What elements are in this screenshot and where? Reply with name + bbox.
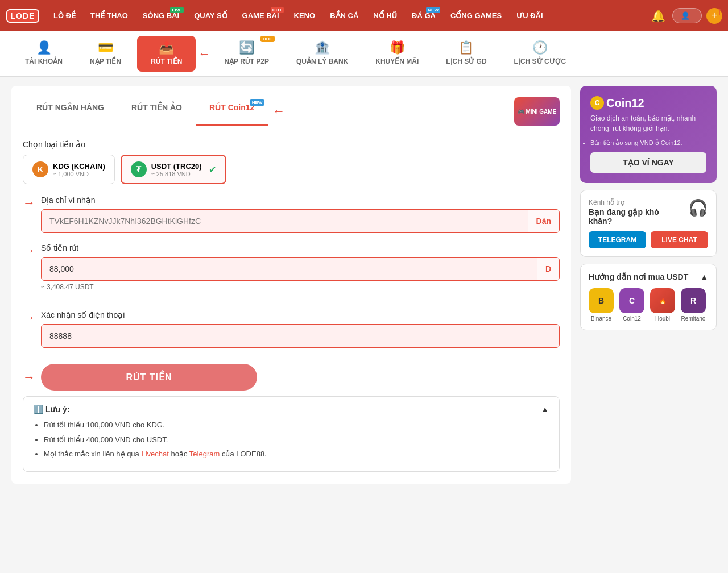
support-emoji: 🎧	[688, 198, 708, 217]
nav-uu-dai[interactable]: ƯU ĐÃI	[511, 8, 548, 23]
sidebar: C Coin12 Giao dịch an toàn, bảo mật, nha…	[580, 86, 717, 484]
user-profile-button[interactable]: 👤	[672, 8, 702, 23]
nav-song-bai[interactable]: SÒNG BÀI LIVE	[137, 8, 185, 23]
crypto-select-group: Chọn loại tiền ảo K KDG (KCHAIN) ≈ 1,000…	[23, 140, 560, 184]
nav-da-ga[interactable]: ĐÁ GÀ NEW	[406, 8, 441, 23]
nav-keno[interactable]: KENO	[288, 8, 321, 23]
coin12-logo-circle: C	[590, 96, 604, 110]
history-icon: 📋	[458, 40, 474, 55]
submit-withdraw-button[interactable]: RÚT TIỀN	[41, 364, 257, 391]
phone-input[interactable]	[42, 325, 559, 347]
subnav-lich-su-cuoc[interactable]: 🕐 LỊCH SỬ CƯỢC	[500, 31, 580, 76]
crypto-option-usdt[interactable]: ₮ USDT (TRC20) ≈ 25,818 VND ✔	[121, 155, 226, 184]
user-icon: 👤	[681, 11, 690, 20]
note-item-1: Rút tối thiểu 100,000 VND cho KDG.	[44, 420, 549, 431]
houbi-logo: 🔥	[650, 288, 675, 313]
withdraw-icon: 📤	[159, 40, 174, 55]
remitano-logo: R	[681, 288, 706, 313]
mini-game-banner[interactable]: 🎮 MINI GAME	[514, 97, 560, 126]
coin12-banner-title: C Coin12	[590, 96, 706, 110]
coin12-exchange-logo: C	[619, 288, 644, 313]
notes-list: Rút tối thiểu 100,000 VND cho KDG. Rút t…	[34, 420, 549, 460]
content-panel: RÚT NGÂN HÀNG RÚT TIỀN ẢO NEW RÚT Coin12…	[11, 86, 571, 484]
address-form-group: Địa chỉ ví nhận Dán	[41, 196, 560, 233]
nav-lo-de[interactable]: LÔ ĐỀ	[48, 8, 81, 23]
paste-button[interactable]: Dán	[528, 210, 559, 232]
amount-label: Số tiền rút	[41, 243, 560, 252]
tab-arrow: ←	[272, 104, 285, 119]
sub-navigation: 👤 TÀI KHOẢN 💳 NẠP TIỀN 📤 RÚT TIỀN ← HOT …	[0, 31, 728, 77]
tab-rut-coin12[interactable]: NEW RÚT Coin12	[196, 97, 268, 126]
support-title: Bạn đang gặp khó khăn?	[589, 207, 684, 226]
support-label: Kênh hỗ trợ	[589, 198, 684, 206]
buy-guide-header: Hướng dẫn nơi mua USDT ▲	[589, 272, 708, 281]
tab-rut-tien-ao[interactable]: RÚT TIỀN ẢO	[118, 97, 196, 126]
exchange-houbi[interactable]: 🔥 Houbi	[650, 288, 675, 322]
nav-no-hu[interactable]: NỔ HŨ	[367, 8, 403, 23]
nav-right-area: 🔔 👤 + ↑	[649, 7, 722, 25]
exchange-binance[interactable]: B Binance	[589, 288, 614, 322]
crypto-options: K KDG (KCHAIN) ≈ 1,000 VND ₮ USDT (TRC20…	[23, 155, 560, 184]
p2p-icon: 🔄	[239, 40, 254, 55]
subnav-khuyen-mai[interactable]: 🎁 KHUYẾN MÃI	[362, 31, 432, 76]
nav-ban-ca[interactable]: BẮN CÁ	[324, 8, 364, 23]
phone-arrow: →	[23, 310, 35, 325]
address-label: Địa chỉ ví nhận	[41, 196, 560, 205]
bank-icon: 🏦	[315, 40, 330, 55]
livechat-link[interactable]: Livechat	[141, 450, 168, 458]
phone-input-wrap	[41, 324, 560, 348]
crypto-select-label: Chọn loại tiền ảo	[23, 140, 560, 149]
coin12-banner: C Coin12 Giao dịch an toàn, bảo mật, nha…	[580, 86, 717, 183]
selected-checkmark: ✔	[209, 164, 216, 175]
note-item-2: Rút tối thiểu 400,000 VND cho USDT.	[44, 434, 549, 446]
address-input[interactable]	[42, 210, 528, 232]
binance-logo: B	[589, 288, 614, 313]
amount-input[interactable]	[42, 258, 537, 280]
crypto-option-kdg[interactable]: K KDG (KCHAIN) ≈ 1,000 VND	[23, 155, 115, 184]
main-content: RÚT NGÂN HÀNG RÚT TIỀN ẢO NEW RÚT Coin12…	[0, 77, 728, 493]
telegram-link[interactable]: Telegram	[189, 450, 220, 458]
deposit-icon: 💳	[98, 40, 113, 55]
subnav-tai-khoan[interactable]: 👤 TÀI KHOẢN	[11, 31, 76, 76]
buy-guide-card: Hướng dẫn nơi mua USDT ▲ B Binance C Coi…	[580, 264, 717, 330]
coin12-banner-desc: Giao dịch an toàn, bảo mật, nhanh chóng,…	[590, 113, 706, 134]
support-buttons: TELEGRAM LIVE CHAT	[589, 231, 708, 248]
notes-box: ℹ️ Lưu ý: ▲ Rút tối thiểu 100,000 VND ch…	[23, 396, 560, 472]
notes-header[interactable]: ℹ️ Lưu ý: ▲	[34, 405, 549, 414]
nav-quay-so[interactable]: QUAY SỐ	[188, 8, 233, 23]
notification-bell[interactable]: 🔔	[649, 7, 668, 25]
nav-cong-games[interactable]: CỔNG GAMES	[445, 8, 507, 23]
coin12-features: Bán tiền ảo sang VND ở Coin12.	[590, 139, 706, 147]
telegram-support-button[interactable]: TELEGRAM	[589, 231, 646, 248]
subnav-arrow: ←	[198, 47, 210, 61]
bet-history-icon: 🕐	[532, 40, 548, 55]
subnav-rut-tien[interactable]: 📤 RÚT TIỀN	[137, 36, 196, 72]
account-icon: 👤	[36, 40, 52, 55]
promotion-icon: 🎁	[390, 40, 405, 55]
tab-rut-ngan-hang[interactable]: RÚT NGÂN HÀNG	[23, 97, 118, 126]
amount-suffix: D	[537, 258, 559, 280]
nav-the-thao[interactable]: THỂ THAO	[85, 8, 134, 23]
top-navigation: LODE LÔ ĐỀ THỂ THAO SÒNG BÀI LIVE QUAY S…	[0, 0, 728, 31]
logo[interactable]: LODE	[6, 5, 40, 27]
notes-collapse-icon: ▲	[541, 405, 549, 414]
subnav-nap-tien[interactable]: 💳 NẠP TIỀN	[76, 31, 135, 76]
subnav-lich-su-gd[interactable]: 📋 LỊCH SỬ GD	[432, 31, 500, 76]
exchange-remitano[interactable]: R Remitano	[681, 288, 706, 322]
exchange-coin12[interactable]: C Coin12	[619, 288, 644, 322]
address-input-wrap: Dán	[41, 209, 560, 233]
livechat-support-button[interactable]: LIVE CHAT	[651, 231, 708, 248]
note-item-3: Mọi thắc mắc xin liên hệ qua Livechat ho…	[44, 449, 549, 460]
support-card: Kênh hỗ trợ Bạn đang gặp khó khăn? 🎧 TEL…	[580, 190, 717, 257]
subnav-quan-ly-bank[interactable]: 🏦 QUẢN LÝ BANK	[283, 31, 362, 76]
exchange-logos: B Binance C Coin12 🔥 Houbi	[589, 288, 708, 322]
arrow-indicator: ↑	[717, 5, 722, 18]
conversion-text: ≈ 3,408.47 USDT	[41, 283, 560, 291]
buy-guide-collapse[interactable]: ▲	[700, 272, 708, 281]
usdt-icon: ₮	[131, 161, 147, 177]
tabs-bar: RÚT NGÂN HÀNG RÚT TIỀN ẢO NEW RÚT Coin12…	[23, 97, 560, 126]
nav-game-bai[interactable]: GAME BÀI HOT	[237, 8, 285, 23]
phone-label: Xác nhận số điện thoại	[41, 310, 560, 319]
subnav-nap-rut-p2p[interactable]: HOT 🔄 NẠP RÚT P2P	[210, 31, 282, 76]
create-wallet-button[interactable]: TẠO VÍ NGAY	[590, 152, 706, 173]
